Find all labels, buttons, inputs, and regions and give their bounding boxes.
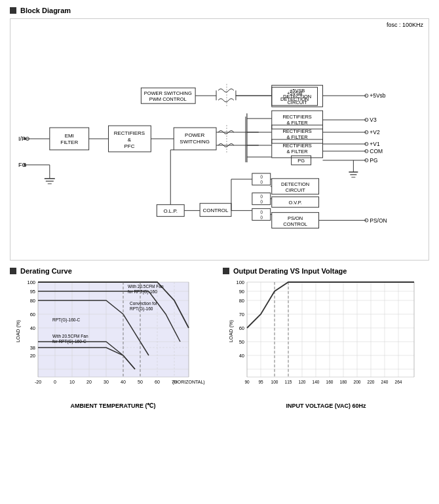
svg-text:CIRCUIT: CIRCUIT (285, 187, 305, 193)
svg-text:CIRCUIT: CIRCUIT (287, 99, 307, 105)
svg-text:⟨⟩: ⟨⟩ (260, 180, 263, 184)
svg-text:60: 60 (239, 325, 244, 331)
svg-text:180: 180 (340, 380, 347, 384)
svg-text:RPT(G)-160-C: RPT(G)-160-C (52, 317, 81, 323)
svg-text:&: & (128, 137, 132, 143)
svg-text:+V2: +V2 (370, 129, 380, 135)
block-diagram-header: Block Diagram (10, 7, 429, 14)
svg-text:DETECTION: DETECTION (283, 94, 311, 99)
svg-text:PG: PG (370, 157, 377, 164)
svg-text:⟨⟩: ⟨⟩ (260, 210, 263, 214)
svg-text:PS/ON: PS/ON (370, 217, 387, 224)
block-diagram-section: Block Diagram fosc : 100KHz I/P FG (10, 7, 429, 261)
svg-text:PFC: PFC (124, 143, 134, 149)
svg-text:PWM CONTROL: PWM CONTROL (149, 96, 187, 102)
svg-text:RECTIFIERS: RECTIFIERS (282, 128, 311, 134)
svg-text:V3: V3 (370, 117, 377, 123)
svg-text:⟨⟩: ⟨⟩ (260, 194, 263, 198)
svg-text:240: 240 (381, 380, 389, 384)
lower-sections: Derating Curve (10, 267, 429, 400)
svg-text:LOAD (%): LOAD (%) (228, 319, 234, 342)
block-diagram-container: fosc : 100KHz I/P FG EMI FILTER (10, 18, 429, 261)
svg-text:⟨⟩: ⟨⟩ (260, 215, 263, 219)
svg-text:50: 50 (239, 339, 244, 345)
svg-text:LOAD (%): LOAD (%) (15, 319, 21, 342)
block-diagram-svg: I/P FG EMI FILTER REC (10, 19, 429, 260)
svg-text:38: 38 (30, 345, 35, 351)
svg-text:90: 90 (239, 289, 244, 295)
svg-text:115: 115 (285, 380, 292, 384)
svg-text:-20: -20 (35, 380, 41, 384)
svg-text:With 20.5CFM Fan: With 20.5CFM Fan (52, 334, 88, 338)
svg-text:40: 40 (30, 325, 35, 331)
svg-text:PS/ON: PS/ON (288, 215, 303, 221)
svg-text:100: 100 (27, 279, 35, 285)
svg-text:50: 50 (138, 380, 143, 384)
svg-text:200: 200 (354, 380, 361, 384)
svg-text:RPT(G)-160: RPT(G)-160 (130, 306, 153, 312)
svg-text:PG: PG (297, 158, 305, 164)
header-square-icon-2 (10, 268, 16, 274)
svg-text:90: 90 (244, 380, 250, 384)
svg-text:EMI: EMI (65, 133, 74, 139)
derating-curve-section: Derating Curve (10, 267, 216, 400)
output-derating-section: Output Derating VS Input Voltage (223, 267, 429, 400)
output-derating-header: Output Derating VS Input Voltage (223, 267, 429, 275)
output-derating-chart-svg: 100 90 80 70 60 50 40 90 95 100 115 120 … (223, 279, 429, 400)
svg-text:RECTIFIERS: RECTIFIERS (114, 130, 145, 136)
page: Block Diagram fosc : 100KHz I/P FG (0, 0, 439, 406)
svg-text:O.V.P.: O.V.P. (288, 200, 301, 206)
svg-text:264: 264 (395, 380, 402, 384)
svg-point-4 (24, 164, 26, 166)
svg-text:140: 140 (313, 380, 320, 384)
svg-text:30: 30 (104, 380, 109, 384)
svg-text:FILTER: FILTER (60, 139, 78, 145)
svg-text:DETECTION: DETECTION (281, 181, 309, 187)
svg-text:100: 100 (271, 380, 278, 384)
svg-text:& FILTER: & FILTER (287, 149, 309, 154)
svg-text:120: 120 (299, 380, 306, 384)
svg-text:for RPT(G)-160: for RPT(G)-160 (128, 289, 157, 295)
svg-text:80: 80 (239, 298, 244, 304)
svg-text:+5Vsb: +5Vsb (370, 92, 386, 99)
derating-x-label: AMBIENT TEMPERATURE (℃) (10, 403, 216, 409)
header-square-icon-3 (223, 268, 229, 274)
block-diagram-title: Block Diagram (20, 7, 71, 14)
svg-text:95: 95 (258, 380, 263, 384)
svg-text:(HORIZONTAL): (HORIZONTAL) (172, 380, 204, 385)
derating-curve-header: Derating Curve (10, 267, 216, 275)
derating-chart-container: 100 95 80 60 40 38 20 -20 0 10 20 30 40 … (10, 279, 216, 400)
svg-text:40: 40 (121, 380, 126, 384)
svg-text:POWER: POWER (185, 132, 204, 138)
svg-text:80: 80 (30, 298, 35, 304)
svg-text:RECTIFIERS: RECTIFIERS (282, 143, 311, 149)
svg-text:RECTIFIERS: RECTIFIERS (282, 114, 311, 120)
svg-text:10: 10 (69, 380, 75, 384)
output-derating-x-label: INPUT VOLTAGE (VAC) 60Hz (223, 403, 429, 409)
svg-text:60: 60 (30, 312, 35, 317)
svg-text:for RPT(G)-160-C: for RPT(G)-160-C (52, 339, 86, 344)
svg-text:95: 95 (30, 289, 35, 295)
header-square-icon (10, 7, 16, 14)
svg-text:60: 60 (155, 380, 160, 384)
derating-chart-svg: 100 95 80 60 40 38 20 -20 0 10 20 30 40 … (10, 279, 216, 400)
svg-text:COM: COM (370, 148, 383, 154)
svg-text:100: 100 (236, 279, 244, 285)
svg-text:160: 160 (326, 380, 334, 384)
svg-text:20: 20 (30, 353, 35, 359)
svg-text:⟨⟩: ⟨⟩ (260, 175, 263, 179)
svg-text:40: 40 (239, 353, 244, 359)
svg-text:POWER SWITCHING: POWER SWITCHING (144, 90, 192, 96)
output-derating-chart-container: 100 90 80 70 60 50 40 90 95 100 115 120 … (223, 279, 429, 400)
svg-text:+5VSB: +5VSB (290, 88, 305, 94)
svg-rect-118 (38, 282, 189, 377)
svg-text:220: 220 (368, 380, 375, 384)
svg-text:20: 20 (86, 380, 92, 384)
svg-text:CONTROL: CONTROL (283, 221, 307, 227)
output-derating-title: Output Derating VS Input Voltage (233, 267, 347, 275)
svg-text:O.L.P.: O.L.P. (163, 208, 178, 214)
svg-text:With 20.5CFM Fan: With 20.5CFM Fan (128, 284, 164, 289)
svg-text:⟨⟩: ⟨⟩ (260, 200, 263, 204)
svg-text:+V1: +V1 (370, 141, 380, 147)
svg-text:0: 0 (54, 380, 56, 384)
